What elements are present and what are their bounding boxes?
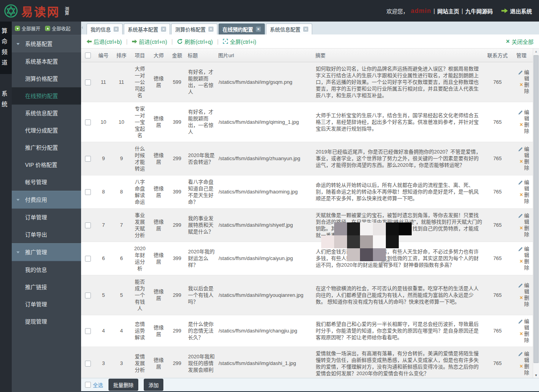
expand-all-button[interactable]: 全部展开 <box>15 25 40 32</box>
cell-sort: 3 <box>112 347 130 378</box>
sidebar-item[interactable]: 测算价格配置 <box>12 70 81 87</box>
sidebar-item[interactable]: 代理分成配置 <box>12 122 81 139</box>
edit-link[interactable]: 编辑 <box>512 213 530 225</box>
delete-x-icon: × <box>520 225 523 231</box>
table-row: 88八字命盘解读命运德缘居399看八字命盘知道自己是不是天生好命？/static… <box>81 175 533 208</box>
channel-tab-1[interactable]: 系统 <box>0 84 12 116</box>
tab-在线预约配置[interactable]: 在线预约配置× <box>219 23 265 34</box>
delete-link[interactable]: ×删除 <box>512 82 530 94</box>
row-checkbox-cell <box>81 102 94 142</box>
edit-link[interactable]: 编辑 <box>512 318 530 331</box>
row-checkbox-cell <box>81 347 94 378</box>
delete-label: 删除 <box>524 159 530 171</box>
scrollbar-up-icon[interactable]: ▲ <box>533 49 539 55</box>
sidebar-item[interactable]: 订单管理 <box>12 296 81 313</box>
delete-link[interactable]: ×删除 <box>512 122 530 134</box>
cell-amount: 399 <box>168 242 186 275</box>
sidebar-item-label: 推广链接 <box>25 284 47 290</box>
source-link[interactable]: 九牛网源码 <box>465 7 493 15</box>
tab-close-icon[interactable]: × <box>303 27 308 32</box>
forward-button[interactable]: 前进(ctrl+n) <box>132 38 167 45</box>
cell-project: 爱情发展分析 <box>130 347 149 378</box>
back-button[interactable]: 后退(ctrl+b) <box>87 38 122 45</box>
sidebar-item[interactable]: VIP 价格配置 <box>12 156 81 173</box>
batch-delete-button[interactable]: 批量删除 <box>109 379 138 391</box>
delete-link[interactable]: ×删除 <box>512 192 530 204</box>
row-checkbox[interactable] <box>85 222 91 228</box>
scrollbar-thumb[interactable] <box>534 55 539 363</box>
delete-link[interactable]: ×删除 <box>512 225 530 238</box>
cell-manage: 编辑×删除 <box>510 242 533 275</box>
row-checkbox[interactable] <box>85 119 91 125</box>
scrollbar-down-icon[interactable]: ▼ <box>533 374 539 377</box>
tab-close-icon[interactable]: × <box>208 27 213 32</box>
edit-link[interactable]: 编辑 <box>512 282 530 295</box>
logout-label: 退出系统 <box>510 7 532 15</box>
delete-link[interactable]: ×删除 <box>512 258 530 271</box>
edit-link[interactable]: 编辑 <box>512 109 530 122</box>
select-all-footer[interactable]: 全选 <box>85 381 103 388</box>
edit-link[interactable]: 编辑 <box>512 351 530 363</box>
edit-link[interactable]: 编辑 <box>512 246 530 258</box>
sidebar-item[interactable]: 在线预约配置 <box>12 87 81 105</box>
tab-测算价格配置[interactable]: 测算价格配置× <box>171 23 217 34</box>
collapse-all-button[interactable]: 全部收起 <box>45 25 71 32</box>
channel-tab-0[interactable]: 算命频道 <box>0 22 12 74</box>
tab-我的信息[interactable]: 我的信息× <box>87 23 123 34</box>
sidebar-item[interactable]: 付费应用 <box>12 191 81 209</box>
sidebar-item[interactable]: 我的信息 <box>12 261 81 278</box>
tab-close-icon[interactable]: × <box>114 27 119 32</box>
tab-close-icon[interactable]: × <box>256 27 261 32</box>
logout-button[interactable]: 退出系统 <box>501 7 532 15</box>
sidebar-item[interactable]: 系统信息配置 <box>12 105 81 122</box>
row-checkbox[interactable] <box>85 361 91 367</box>
tab-scroll-left-icon[interactable]: ‹ <box>81 24 83 30</box>
sidebar-item[interactable]: 提现管理 <box>12 313 81 330</box>
refresh-icon <box>177 39 183 44</box>
sidebar-item-label: 订单导出 <box>25 231 47 238</box>
column-header-id: 编号 <box>94 49 112 62</box>
row-checkbox-cell <box>81 208 94 242</box>
row-checkbox[interactable] <box>85 328 91 334</box>
cell-title: 我的事业发展特质和天赋是什么？ <box>186 208 217 242</box>
sidebar-item[interactable]: 推广链接 <box>12 278 81 296</box>
sidebar-item[interactable]: 系统基配置 <box>12 35 81 53</box>
vertical-scrollbar[interactable]: ▲ ▼ <box>533 49 539 378</box>
refresh-button[interactable]: 刷新(ctrl+q) <box>177 38 213 45</box>
edit-label: 编辑 <box>524 318 530 331</box>
tab-系统信息配置[interactable]: 系统信息配置× <box>266 23 312 34</box>
sidebar-item[interactable]: 订单导出 <box>12 226 81 243</box>
edit-link[interactable]: 编辑 <box>512 179 530 192</box>
row-checkbox[interactable] <box>85 79 91 85</box>
add-button[interactable]: 添加 <box>144 379 163 391</box>
select-all-footer-checkbox[interactable] <box>85 382 91 388</box>
delete-link[interactable]: ×删除 <box>512 159 530 171</box>
home-link[interactable]: 网站主页 <box>437 7 459 15</box>
close-all-button[interactable]: × 关闭全部 <box>506 38 534 45</box>
edit-link[interactable]: 编辑 <box>512 69 530 82</box>
fullscreen-button[interactable]: 全屏(ctrl+i) <box>223 38 256 45</box>
select-all-checkbox[interactable] <box>85 52 91 58</box>
sidebar-item[interactable]: 推广积分配置 <box>12 139 81 156</box>
row-checkbox[interactable] <box>85 156 91 162</box>
delete-link[interactable]: ×删除 <box>512 295 530 307</box>
row-checkbox[interactable] <box>85 189 91 195</box>
sidebar-item-label: 推广积分配置 <box>25 145 58 151</box>
row-checkbox[interactable] <box>85 293 91 298</box>
sidebar-item-label: 订单管理 <box>25 214 47 220</box>
row-checkbox[interactable] <box>85 256 91 262</box>
sidebar-item[interactable]: 推广管理 <box>12 243 81 261</box>
sidebar-item[interactable]: 帐号管理 <box>12 173 81 191</box>
tab-close-icon[interactable]: × <box>161 27 166 32</box>
tab-系统基本配置[interactable]: 系统基本配置× <box>124 23 170 34</box>
edit-link[interactable]: 编辑 <box>512 146 530 159</box>
cell-master: 德缘居 <box>149 275 168 315</box>
cell-img-url: /statics/ffsm/dashi/img/caiyun.jpg <box>217 242 314 275</box>
cell-master: 德缘居 <box>149 142 168 175</box>
delete-link[interactable]: ×删除 <box>512 331 530 343</box>
sidebar-item[interactable]: 订单管理 <box>12 209 81 226</box>
sidebar-item[interactable]: 系统基本配置 <box>12 53 81 70</box>
edit-pencil-icon <box>518 247 523 251</box>
delete-link[interactable]: ×删除 <box>512 363 530 376</box>
cell-manage: 编辑×删除 <box>510 142 533 175</box>
